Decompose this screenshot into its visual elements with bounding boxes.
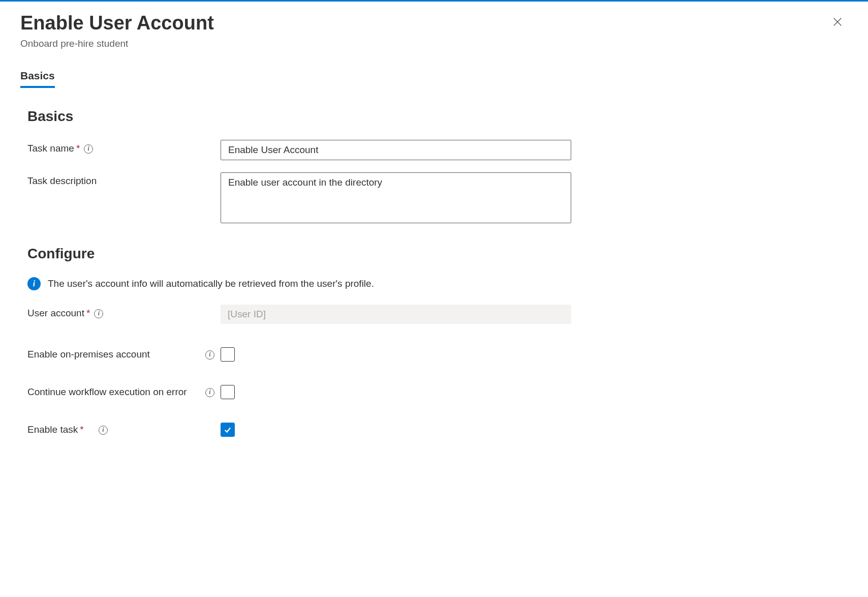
header-text: Enable User Account Onboard pre-hire stu… xyxy=(20,12,214,49)
info-icon[interactable] xyxy=(205,388,214,397)
info-icon[interactable] xyxy=(84,144,93,154)
required-marker: * xyxy=(86,308,90,319)
task-name-label-text: Task name xyxy=(27,143,74,154)
basics-form: Task name * Task description xyxy=(27,140,848,225)
info-icon[interactable] xyxy=(99,426,108,435)
close-icon xyxy=(832,16,843,27)
row-task-name: Task name * xyxy=(27,140,848,160)
enable-task-label-text: Enable task xyxy=(27,424,78,435)
row-enable-on-prem: Enable on-premises account xyxy=(27,347,848,362)
user-account-field: [User ID] xyxy=(221,305,571,324)
tab-bar: Basics xyxy=(20,70,848,88)
info-icon[interactable] xyxy=(94,309,103,318)
row-enable-task: Enable task * xyxy=(27,423,848,437)
continue-on-error-checkbox[interactable] xyxy=(221,385,235,399)
user-account-label-text: User account xyxy=(27,308,84,319)
info-icon[interactable] xyxy=(205,350,214,360)
required-marker: * xyxy=(80,424,83,435)
section-basics-title: Basics xyxy=(27,108,848,125)
checkmark-icon xyxy=(223,425,232,434)
label-task-name: Task name * xyxy=(27,140,221,154)
enable-task-checkbox[interactable] xyxy=(221,423,235,437)
label-user-account: User account * xyxy=(27,305,221,319)
close-button[interactable] xyxy=(827,12,848,32)
page-subtitle: Onboard pre-hire student xyxy=(20,38,214,49)
required-marker: * xyxy=(76,143,80,154)
info-banner-text: The user's account info will automatical… xyxy=(48,278,374,289)
configure-form: User account * [User ID] xyxy=(27,305,848,324)
label-task-description: Task description xyxy=(27,172,221,187)
header-row: Enable User Account Onboard pre-hire stu… xyxy=(20,12,848,49)
tab-basics[interactable]: Basics xyxy=(20,70,55,88)
task-description-label-text: Task description xyxy=(27,175,97,187)
label-continue-on-error: Continue workflow execution on error xyxy=(27,386,201,398)
label-enable-task: Enable task * xyxy=(27,424,95,435)
task-description-input[interactable] xyxy=(221,172,571,223)
info-banner: i The user's account info will automatic… xyxy=(27,277,848,290)
page-container: Enable User Account Onboard pre-hire stu… xyxy=(0,2,868,481)
continue-on-error-label-text: Continue workflow execution on error xyxy=(27,386,187,398)
section-configure-title: Configure xyxy=(27,246,848,262)
row-user-account: User account * [User ID] xyxy=(27,305,848,324)
task-name-input[interactable] xyxy=(221,140,571,160)
label-enable-on-prem: Enable on-premises account xyxy=(27,349,201,360)
enable-on-prem-checkbox[interactable] xyxy=(221,347,235,362)
row-continue-on-error: Continue workflow execution on error xyxy=(27,385,848,399)
row-task-description: Task description xyxy=(27,172,848,225)
page-title: Enable User Account xyxy=(20,12,214,35)
info-banner-icon: i xyxy=(27,277,41,290)
enable-on-prem-label-text: Enable on-premises account xyxy=(27,349,150,360)
